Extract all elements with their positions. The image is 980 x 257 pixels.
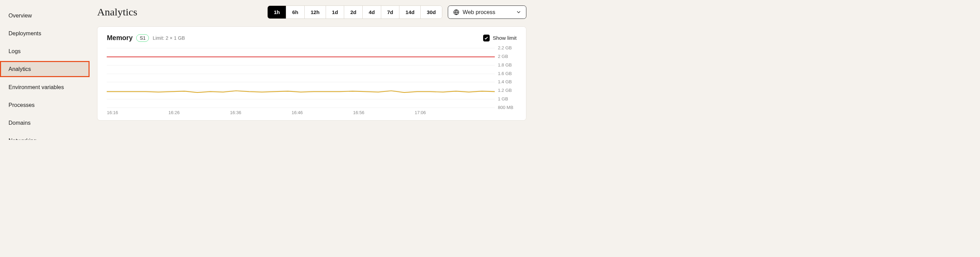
y-tick-label: 1.6 GB (498, 71, 512, 76)
sidebar-item-label: Domains (9, 120, 30, 126)
sidebar-item-label: Processes (9, 102, 35, 108)
gridline (107, 108, 495, 108)
instance-badge: S1 (136, 34, 149, 42)
y-axis: 2.2 GB2 GB1.8 GB1.6 GB1.4 GB1.2 GB1 GB80… (498, 48, 516, 107)
sidebar-item-label: Analytics (9, 66, 31, 72)
time-button-1h[interactable]: 1h (268, 6, 286, 19)
x-tick: 16:36 (230, 110, 291, 115)
time-button-1d[interactable]: 1d (326, 6, 345, 19)
y-tick-label: 2.2 GB (498, 45, 512, 50)
globe-icon (453, 9, 459, 15)
x-tick: 16:16 (107, 110, 168, 115)
time-button-2d[interactable]: 2d (344, 6, 363, 19)
usage-line (107, 48, 495, 107)
sidebar-item-analytics[interactable]: Analytics (0, 61, 89, 77)
sidebar-item-label: Environment variables (9, 84, 64, 90)
card-title: Memory (107, 34, 132, 42)
time-button-30d[interactable]: 30d (421, 6, 442, 19)
x-tick: 17:06 (415, 110, 476, 115)
chevron-down-icon (517, 11, 520, 14)
sidebar-item-label: Logs (9, 48, 21, 54)
main-content: Analytics 1h 6h 12h 1d 2d 4d 7d 14d 30d (89, 0, 534, 140)
process-select-label: Web process (463, 9, 495, 16)
y-tick-label: 1.2 GB (498, 88, 512, 93)
y-tick-label: 800 MB (498, 105, 513, 110)
x-tick: 16:46 (292, 110, 353, 115)
process-select[interactable]: Web process (448, 5, 527, 19)
header-controls: 1h 6h 12h 1d 2d 4d 7d 14d 30d (267, 5, 526, 19)
memory-chart: 16:16 16:26 16:36 16:46 16:56 17:06 2.2 … (107, 48, 516, 115)
header: Analytics 1h 6h 12h 1d 2d 4d 7d 14d 30d (97, 5, 526, 19)
x-tick: 16:56 (353, 110, 415, 115)
sidebar-item-processes[interactable]: Processes (0, 97, 89, 113)
sidebar: Overview Deployments Logs Analytics Envi… (0, 0, 89, 140)
sidebar-item-label: Overview (9, 12, 32, 19)
show-limit-label: Show limit (493, 35, 516, 41)
time-button-14d[interactable]: 14d (399, 6, 421, 19)
time-button-6h[interactable]: 6h (286, 6, 305, 19)
sidebar-item-networking[interactable]: Networking (0, 133, 89, 140)
sidebar-item-env-vars[interactable]: Environment variables (0, 79, 89, 95)
limit-text: Limit: 2 × 1 GB (153, 35, 185, 41)
y-tick-label: 2 GB (498, 54, 508, 59)
sidebar-item-logs[interactable]: Logs (0, 43, 89, 59)
show-limit-toggle[interactable]: Show limit (483, 35, 517, 41)
card-header: Memory S1 Limit: 2 × 1 GB Show limit (107, 34, 516, 42)
x-axis-ticks: 16:16 16:26 16:36 16:46 16:56 17:06 (107, 110, 495, 115)
time-button-7d[interactable]: 7d (381, 6, 400, 19)
sidebar-item-domains[interactable]: Domains (0, 115, 89, 131)
sidebar-item-label: Networking (9, 137, 37, 140)
sidebar-item-deployments[interactable]: Deployments (0, 25, 89, 41)
sidebar-item-label: Deployments (9, 30, 41, 36)
y-tick-label: 1.4 GB (498, 79, 512, 84)
time-button-12h[interactable]: 12h (305, 6, 326, 19)
sidebar-item-overview[interactable]: Overview (0, 8, 89, 24)
time-range-group: 1h 6h 12h 1d 2d 4d 7d 14d 30d (267, 5, 442, 19)
time-button-4d[interactable]: 4d (363, 6, 381, 19)
memory-card: Memory S1 Limit: 2 × 1 GB Show limit (97, 26, 526, 121)
y-tick-label: 1 GB (498, 96, 508, 102)
chart-area[interactable]: 16:16 16:26 16:36 16:46 16:56 17:06 (107, 48, 495, 115)
y-tick-label: 1.8 GB (498, 62, 512, 67)
x-tick: 16:26 (169, 110, 230, 115)
page-title: Analytics (97, 6, 137, 18)
checkbox-checked-icon[interactable] (483, 35, 490, 41)
